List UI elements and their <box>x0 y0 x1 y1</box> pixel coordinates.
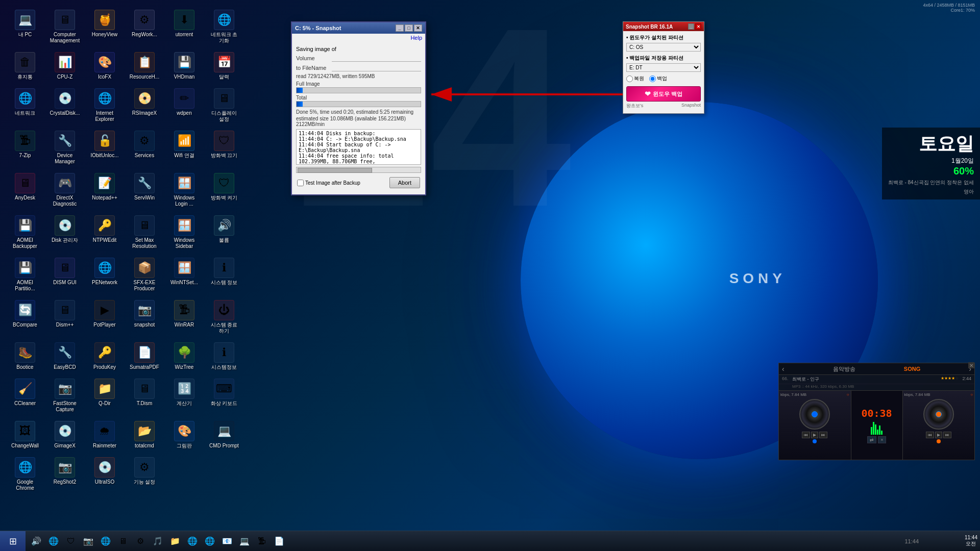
log-area[interactable]: 11:44:04 Disks in backup:11:44:04 C: -> … <box>296 129 421 165</box>
desktop-icon-52[interactable]: 🌳 WizTree <box>167 340 202 372</box>
dj-sync-button[interactable]: ⇄ <box>867 436 876 443</box>
start-button[interactable]: ⊞ <box>0 531 26 552</box>
desktop-icon-45[interactable]: 📷 snapshot <box>127 298 162 336</box>
br-minimize[interactable]: _ <box>688 23 694 30</box>
desktop-icon-18[interactable]: 🗜 7-Zip <box>8 129 42 167</box>
close-button[interactable]: ✕ <box>414 24 422 32</box>
desktop-icon-26[interactable]: 📝 Notepad++ <box>87 171 122 209</box>
desktop-icon-3[interactable]: ⚙ RegWork... <box>127 8 162 46</box>
playlist-prev[interactable]: ‹ <box>782 365 785 373</box>
taskbar-icon-9[interactable]: 🌐 <box>184 533 201 549</box>
left-prev-button[interactable]: ⏮ <box>802 432 810 438</box>
taskbar-icon-2[interactable]: 🛡 <box>63 533 79 549</box>
desktop-icon-4[interactable]: ⬇ utorrent <box>167 8 202 46</box>
desktop-icon-48[interactable]: 🥾 Bootice <box>8 340 42 372</box>
desktop-icon-68[interactable]: 💿 UltraISO <box>87 455 122 493</box>
br-close[interactable]: ✕ <box>695 23 701 30</box>
desktop-icon-28[interactable]: 🪟 Windows Login ... <box>167 171 202 209</box>
desktop-icon-11[interactable]: 📅 달력 <box>207 50 241 82</box>
taskbar-icon-1[interactable]: 🌐 <box>45 533 62 549</box>
desktop-icon-2[interactable]: 🍯 HoneyView <box>87 8 122 46</box>
dest-partition-select[interactable]: E: DT <box>626 63 701 72</box>
desktop-icon-25[interactable]: 🎮 DirectX Diagnostic <box>47 171 82 209</box>
desktop-icon-51[interactable]: 📄 SumatraPDF <box>127 340 162 372</box>
desktop-icon-30[interactable]: 💾 AOMEI Backupper <box>8 213 42 252</box>
help-link[interactable]: Help <box>292 34 425 42</box>
taskbar-icon-11[interactable]: 📧 <box>219 533 235 549</box>
desktop-icon-53[interactable]: ℹ 시스템정보 <box>207 340 241 372</box>
desktop-icon-43[interactable]: 🖥 Dism++ <box>47 298 82 336</box>
desktop-icon-39[interactable]: 📦 SFX-EXE Producer <box>127 256 162 294</box>
desktop-icon-23[interactable]: 🛡 방화벽 끄기 <box>207 129 241 167</box>
desktop-icon-56[interactable]: 📁 Q-Dir <box>87 377 122 415</box>
taskbar-icon-4[interactable]: 🌐 <box>97 533 114 549</box>
desktop-icon-1[interactable]: 🖥 Computer Management <box>47 8 82 46</box>
desktop-icon-54[interactable]: 🧹 CCleaner <box>8 377 42 415</box>
desktop-icon-5[interactable]: 🌐 네트워크 초기화 <box>207 8 241 46</box>
desktop-icon-24[interactable]: 🖥 AnyDesk <box>8 171 42 209</box>
desktop-icon-60[interactable]: 🖼 ChangeWall <box>8 419 42 451</box>
desktop-icon-31[interactable]: 💿 Disk 관리자 <box>47 213 82 252</box>
left-play-button[interactable]: ▶ <box>811 432 818 438</box>
playlist-close[interactable]: ✕ <box>968 362 974 368</box>
right-next-button[interactable]: ⏭ <box>943 432 951 438</box>
desktop-icon-38[interactable]: 🌐 PENetwork <box>87 256 122 294</box>
desktop-icon-20[interactable]: 🔓 IObitUnloc... <box>87 129 122 167</box>
desktop-icon-33[interactable]: 🖥 Set Max Resolution <box>127 213 162 252</box>
left-next-button[interactable]: ⏭ <box>819 432 827 438</box>
desktop-icon-32[interactable]: 🔑 NTPWEdit <box>87 213 122 252</box>
desktop-icon-66[interactable]: 🌐 Google Chrome <box>8 455 42 493</box>
desktop-icon-13[interactable]: 💿 CrystalDisk... <box>47 86 82 124</box>
backup-radio[interactable] <box>649 76 656 82</box>
desktop-icon-36[interactable]: 💾 AOMEI Partitio... <box>8 256 42 294</box>
windows-backup-button[interactable]: ❤ 윈도우 백업 <box>626 86 701 102</box>
desktop-icon-0[interactable]: 💻 내 PC <box>8 8 42 46</box>
desktop-icon-9[interactable]: 📋 ResourceH... <box>127 50 162 82</box>
desktop-icon-65[interactable]: 💻 CMD Prompt <box>207 419 241 451</box>
taskbar-icon-12[interactable]: 💻 <box>236 533 253 549</box>
desktop-icon-29[interactable]: 🛡 방화벽 켜기 <box>207 171 241 209</box>
desktop-icon-35[interactable]: 🔊 불륨 <box>207 213 241 252</box>
desktop-icon-22[interactable]: 📶 Wifi 연결 <box>167 129 202 167</box>
playlist-tab[interactable]: SONG <box>904 366 920 372</box>
desktop-icon-7[interactable]: 📊 CPU-Z <box>47 50 82 82</box>
filename-input[interactable]: E:\Backup\Backup.sna <box>332 64 421 71</box>
desktop-icon-6[interactable]: 🗑 휴지통 <box>8 50 42 82</box>
desktop-icon-14[interactable]: 🌐 Internet Explorer <box>87 86 122 124</box>
taskbar-icon-3[interactable]: 📷 <box>80 533 96 549</box>
desktop-icon-34[interactable]: 🪟 Windows Sidebar <box>167 213 202 252</box>
desktop-icon-61[interactable]: 💿 GimageX <box>47 419 82 451</box>
desktop-icon-47[interactable]: ⏻ 시스템 종료하기 <box>207 298 241 336</box>
source-partition-select[interactable]: C: OS <box>626 43 701 52</box>
desktop-icon-17[interactable]: 🖥 디스플레이 설정 <box>207 86 241 124</box>
desktop-icon-37[interactable]: 🖥 DISM GUI <box>47 256 82 294</box>
desktop-icon-46[interactable]: 🗜 WinRAR <box>167 298 202 336</box>
right-prev-button[interactable]: ⏮ <box>926 432 934 438</box>
desktop-icon-44[interactable]: ▶ PotPlayer <box>87 298 122 336</box>
test-image-checkbox[interactable] <box>297 180 304 186</box>
desktop-icon-69[interactable]: ⚙ 기능 설정 <box>127 455 162 493</box>
desktop-icon-8[interactable]: 🎨 IcoFX <box>87 50 122 82</box>
taskbar-icon-5[interactable]: 🖥 <box>115 533 131 549</box>
desktop-icon-50[interactable]: 🔑 ProduKey <box>87 340 122 372</box>
desktop-icon-21[interactable]: ⚙ Services <box>127 129 162 167</box>
desktop-icon-40[interactable]: 🪟 WinNTSet... <box>167 256 202 294</box>
desktop-icon-58[interactable]: 🔢 계산기 <box>167 377 202 415</box>
desktop-icon-59[interactable]: ⌨ 화상 키보드 <box>207 377 241 415</box>
playlist-item[interactable]: 66. 최백로 - 인구 ★★★★☆ 2:44 <box>779 375 974 384</box>
taskbar-icon-8[interactable]: 📁 <box>167 533 183 549</box>
right-play-button[interactable]: ▶ <box>935 432 942 438</box>
desktop-icon-49[interactable]: 🔧 EasyBCD <box>47 340 82 372</box>
desktop-icon-63[interactable]: 📂 totalcmd <box>127 419 162 451</box>
taskbar-icon-10[interactable]: 🌐 <box>202 533 218 549</box>
maximize-button[interactable]: □ <box>405 24 413 32</box>
abort-button[interactable]: Abort <box>389 177 420 188</box>
desktop-icon-27[interactable]: 🔧 ServiWin <box>127 171 162 209</box>
taskbar-icon-6[interactable]: ⚙ <box>132 533 149 549</box>
desktop-icon-55[interactable]: 📷 FastStone Capture <box>47 377 82 415</box>
desktop-icon-16[interactable]: ✏ wdpen <box>167 86 202 124</box>
restore-radio[interactable] <box>626 76 633 82</box>
taskbar-icon-13[interactable]: 🗜 <box>254 533 270 549</box>
scrollbar-thumb[interactable] <box>298 168 372 173</box>
desktop-icon-64[interactable]: 🎨 그림판 <box>167 419 202 451</box>
